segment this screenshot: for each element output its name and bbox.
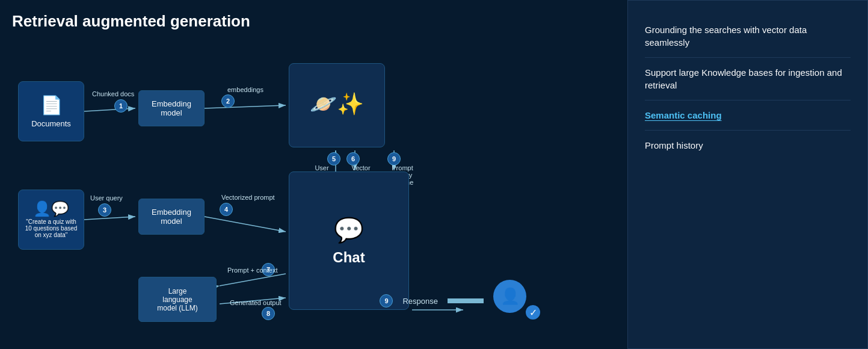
doc-icon: 📄 xyxy=(40,94,63,116)
circle-4: 4 xyxy=(220,203,233,216)
response-label: Response xyxy=(402,297,438,306)
sidebar: Grounding the searches with vector data … xyxy=(627,0,868,349)
person-avatar: 👤 xyxy=(493,280,526,313)
response-area: 9 Response 👤 ✓ xyxy=(380,280,541,322)
svg-line-10 xyxy=(220,274,286,286)
main-container: Retrieval augmented generation xyxy=(0,0,868,349)
user-icon: 👤💬 xyxy=(33,200,69,217)
embed1-box: Embedding model xyxy=(138,90,205,126)
circle-9-bottom: 9 xyxy=(380,294,393,307)
circle-6: 6 xyxy=(346,152,360,165)
circle-9-top: 9 xyxy=(387,152,401,165)
sidebar-item-grounding: Grounding the searches with vector data … xyxy=(645,15,851,58)
diagram-area: Retrieval augmented generation xyxy=(0,0,627,349)
chat-icon: 💬 xyxy=(334,216,364,244)
chunked-label: Chunked docs xyxy=(92,90,134,97)
check-icon: ✓ xyxy=(525,304,541,321)
chat-label: Chat xyxy=(333,249,365,266)
circle-1: 1 xyxy=(114,99,128,113)
documents-label: Documents xyxy=(31,119,71,128)
prompt-context-label: Prompt + context xyxy=(227,267,277,274)
generated-label: Generated output xyxy=(230,299,282,306)
circle-2: 2 xyxy=(221,94,235,108)
svg-line-2 xyxy=(84,108,135,111)
embed2-box: Embedding model xyxy=(138,199,205,235)
sidebar-item-caching: Semantic caching xyxy=(645,100,851,131)
flow-diagram: 📄 Documents 1 Chunked docs Embedding mod… xyxy=(12,45,589,334)
page-title: Retrieval augmented generation xyxy=(12,12,621,31)
documents-box: 📄 Documents xyxy=(18,81,84,141)
sidebar-item-knowledge: Support large Knowledge bases for ingest… xyxy=(645,58,851,100)
vectorized-label: Vectorized prompt xyxy=(221,194,275,201)
svg-line-4 xyxy=(84,217,135,220)
sidebar-item-history: Prompt history xyxy=(645,131,851,160)
circle-3: 3 xyxy=(98,203,111,217)
cosmos-box: 🪐✨ xyxy=(289,63,385,147)
response-arrow-line xyxy=(448,298,484,303)
llm-box: Large language model (LLM) xyxy=(138,277,217,322)
circle-8: 8 xyxy=(262,307,275,320)
user-query-box: 👤💬 "Create a quiz with 10 questions base… xyxy=(18,190,84,250)
cosmos-icon: 🪐✨ xyxy=(310,91,364,117)
user-query-label: User query xyxy=(90,194,123,202)
circle-5: 5 xyxy=(327,152,340,165)
embeddings-label: embeddings xyxy=(227,86,263,93)
svg-line-5 xyxy=(205,217,286,232)
svg-line-3 xyxy=(205,105,286,108)
response-person: 👤 ✓ xyxy=(493,280,541,322)
user-query-text: "Create a quiz with 10 questions based o… xyxy=(22,217,80,239)
